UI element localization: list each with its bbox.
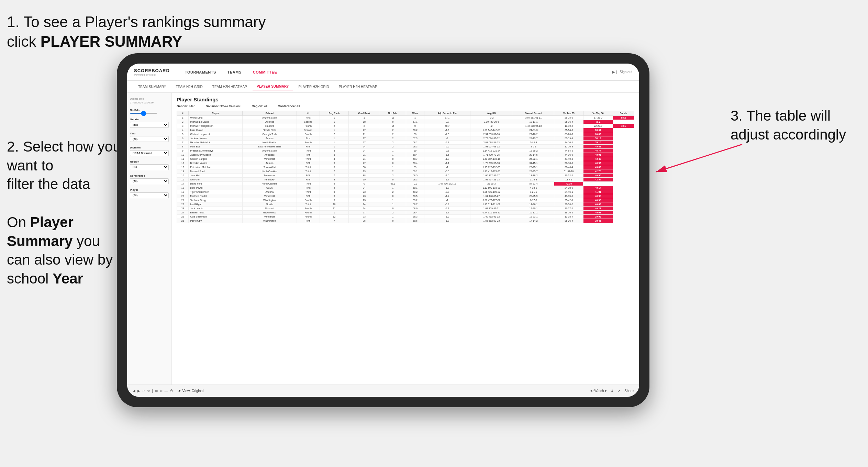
nav-right: ▶ | Sign out [612, 70, 632, 74]
table-row: 19Tiger ChristensenArizonaThird523269.2-… [177, 190, 634, 194]
table-row: 15Jake HallTennesseeFifth788268.5-1.51.6… [177, 174, 634, 178]
table-area: Player Standings Gender: Men Division: N… [172, 93, 639, 385]
table-row: 12Brendan ValdesAuburnFifth527068.4-1.11… [177, 161, 634, 165]
toolbar-refresh-icon[interactable]: ↻ [147, 389, 150, 393]
nav-committee[interactable]: COMMITTEE [248, 68, 282, 76]
annotation-instruction-2: 2. Select how you want to filter the dat… [7, 137, 124, 194]
table-row: 5Christo LamprechtGeorgia TechFourth2212… [177, 132, 634, 136]
table-row: 21Taehoon SongWashingtonFourth523169.2-1… [177, 198, 634, 202]
toolbar-watch-button[interactable]: 👁 Watch ▾ [590, 389, 607, 393]
table-row: 3Michael ThorbjornsenStanfordFourth22160… [177, 124, 634, 128]
table-row: 16Alex GoffKentuckyFifth819068.3-1.71.92… [177, 178, 634, 182]
svg-line-2 [656, 144, 742, 172]
sidebar-conference: Conference (All) [130, 174, 169, 184]
annotation-instruction-3: 3. The table will adjust accordingly [731, 107, 861, 144]
tablet-device: SCOREBOARD Powered by clippi TOURNAMENTS… [117, 53, 649, 407]
nav-tournaments[interactable]: TOURNAMENTS [180, 68, 221, 76]
toolbar-download-icon[interactable]: ⬇ [611, 389, 613, 393]
toolbar-reload-icon[interactable]: ↩ [142, 389, 145, 393]
toolbar-grid-icon[interactable]: ⊞ [155, 389, 158, 393]
table-title: Player Standings [177, 97, 634, 102]
no-rds-slider[interactable] [130, 113, 157, 114]
sidebar: Update time: 27/03/2024 16:56:26 No Rds.… [127, 93, 172, 385]
toolbar-clock-icon[interactable]: ⏱ [170, 389, 174, 393]
annotation-instruction-1: 1. To see a Player's rankings summary cl… [7, 12, 268, 51]
annotation-instruction-bottom: On Player Summary you can also view by s… [7, 213, 124, 288]
table-row: 11Gordon SargentVanderbiltThird421068.7-… [177, 157, 634, 161]
toolbar-right: 👁 Watch ▾ ⬇ ⤢ Share [590, 389, 634, 393]
table-row: 10Jacob Skov OlesenArkansasFifth321168.4… [177, 153, 634, 157]
sidebar-update: Update time: 27/03/2024 16:56:26 [130, 97, 169, 104]
standings-table: # Player School Yr Reg Rank Conf Rank No… [177, 111, 634, 223]
table-row: 8Mats EgeEast Tennessee StateFifth124268… [177, 145, 634, 149]
bottom-toolbar: ◀ ▶ ↩ ↻ | ⊞ ⊕ — ⏱ 👁 View: Original 👁 Wat… [127, 385, 639, 397]
subnav-team-h2h-grid[interactable]: TEAM H2H GRID [172, 84, 207, 90]
sidebar-no-rds: No Rds. [130, 109, 169, 114]
table-row: 4Luke ClatonFlorida StateSecond127268.2-… [177, 128, 634, 132]
app-logo: SCOREBOARD Powered by clippi [134, 68, 170, 76]
subnav-player-h2h-heatmap[interactable]: PLAYER H2H HEATMAP [335, 84, 381, 90]
subnav-team-summary[interactable]: TEAM SUMMARY [134, 84, 170, 90]
conference-select[interactable]: (All) [130, 178, 169, 184]
subnav-player-h2h-grid[interactable]: PLAYER H2H GRID [294, 84, 333, 90]
table-row: 23Jack LundinMissouriFourth1124068.6-2.3… [177, 207, 634, 211]
table-row: 17David FordNorth CarolinaThird9068.9-0.… [177, 182, 634, 186]
top-nav: SCOREBOARD Powered by clippi TOURNAMENTS… [127, 64, 639, 81]
table-row: 20Matthew RiedelVanderbiltFifth523068.5-… [177, 194, 634, 198]
table-row: 18Luke PowellUCLAFirst424169.1-1.81.13 5… [177, 186, 634, 190]
nav-links: TOURNAMENTS TEAMS COMMITTEE [180, 68, 612, 76]
table-row: 14Maxwell FordNorth CarolinaThird723269.… [177, 169, 634, 174]
tablet-screen: SCOREBOARD Powered by clippi TOURNAMENTS… [127, 64, 639, 397]
sidebar-year: Year (All) [130, 132, 169, 142]
table-filters: Gender: Men Division: NCAA Division I Re… [177, 104, 634, 108]
toolbar-forward-icon[interactable]: ▶ [137, 389, 140, 393]
subnav-player-summary[interactable]: PLAYER SUMMARY [253, 83, 293, 90]
table-row: 7Nicholas GabrielckNorth FloridaFourth12… [177, 141, 634, 145]
sidebar-gender: Gender Men [130, 118, 169, 128]
toolbar-view[interactable]: 👁 View: Original [178, 389, 204, 393]
region-select[interactable]: N/A [130, 164, 169, 170]
table-row: 6Jackson KoivunAuburnFirst127267.3-22.72… [177, 136, 634, 141]
toolbar-resize-icon[interactable]: ⤢ [617, 389, 620, 393]
table-row: 2Michael Le SassoOle MissSecond118067.1-… [177, 120, 634, 124]
toolbar-nav-icons: ◀ ▶ ↩ ↻ | ⊞ ⊕ — ⏱ [133, 389, 174, 393]
sidebar-player: Player (All) [130, 188, 169, 198]
nav-teams[interactable]: TEAMS [223, 68, 246, 76]
sidebar-region: Region N/A [130, 160, 169, 170]
sidebar-division: Division NCAA Division I [130, 146, 169, 156]
table-row: 9Preston SummerhaysArizona StateThird324… [177, 149, 634, 153]
table-row: 25Cole SherwoodVanderbiltFourth1223168.3… [177, 215, 634, 219]
sign-out-button[interactable]: Sign out [620, 70, 632, 74]
main-content: Update time: 27/03/2024 16:56:26 No Rds.… [127, 93, 639, 385]
player-select[interactable]: (All) [130, 192, 169, 198]
subnav-team-h2h-heatmap[interactable]: TEAM H2H HEATMAP [208, 84, 251, 90]
year-select[interactable]: (All) [130, 136, 169, 142]
toolbar-back-icon[interactable]: ◀ [133, 389, 135, 393]
division-select[interactable]: NCAA Division I [130, 150, 169, 156]
toolbar-share2-icon[interactable]: ⊕ [160, 389, 163, 393]
table-header-row: # Player School Yr Reg Rank Conf Rank No… [177, 111, 634, 116]
table-row: 13Phichaksn MaichonTexas A&MThird630169-… [177, 165, 634, 169]
table-row: 26Petr HrubyWashingtonFifth725068.6-1.81… [177, 219, 634, 223]
table-row: 22Ian GilliganFloridaThird1024168.7-0.81… [177, 202, 634, 207]
table-row: 24Bastien AmatNew MexicoFourth127268.4-1… [177, 211, 634, 215]
sub-nav: TEAM SUMMARY TEAM H2H GRID TEAM H2H HEAT… [127, 81, 639, 93]
toolbar-share-button[interactable]: Share [624, 389, 634, 393]
gender-select[interactable]: Men [130, 122, 169, 128]
table-row: 1Wenyi DingArizona StateFirst1115167.1-3… [177, 116, 634, 120]
